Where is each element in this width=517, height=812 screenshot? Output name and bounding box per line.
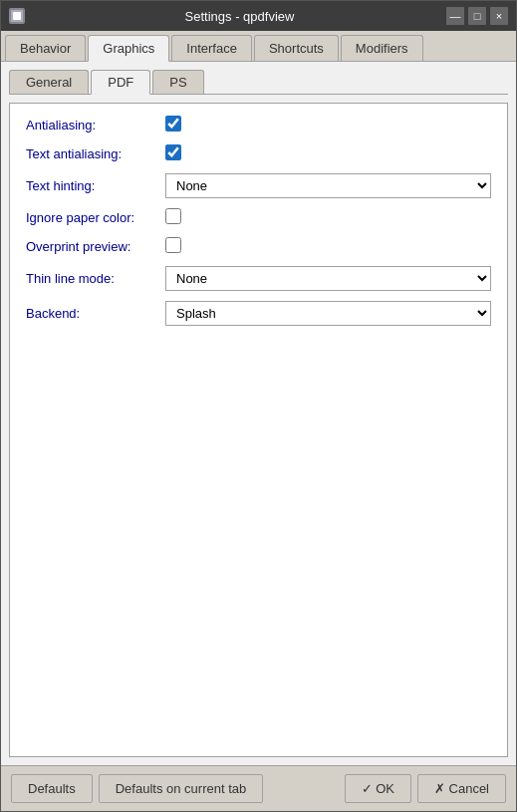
titlebar: Settings - qpdfview — □ × xyxy=(1,1,516,31)
cancel-button[interactable]: ✗ Cancel xyxy=(417,774,506,803)
thin-line-mode-select[interactable]: None Solid Shape xyxy=(165,266,491,291)
thin-line-mode-label: Thin line mode: xyxy=(26,271,165,286)
overprint-preview-checkbox[interactable] xyxy=(165,237,181,253)
sub-tab-bar: General PDF PS xyxy=(9,70,508,95)
tab-interface[interactable]: Interface xyxy=(171,35,252,61)
thin-line-mode-control: None Solid Shape xyxy=(165,266,491,291)
maximize-button[interactable]: □ xyxy=(468,7,486,25)
antialiasing-label: Antialiasing: xyxy=(26,118,165,133)
thin-line-mode-row: Thin line mode: None Solid Shape xyxy=(26,266,491,291)
tab-modifiers[interactable]: Modifiers xyxy=(341,35,423,61)
ok-button[interactable]: ✓ OK xyxy=(345,774,411,803)
close-button[interactable]: × xyxy=(490,7,508,25)
overprint-preview-label: Overprint preview: xyxy=(26,239,165,254)
backend-label: Backend: xyxy=(26,306,165,321)
text-hinting-control: None Default No hinting Full xyxy=(165,173,491,198)
tab-behavior[interactable]: Behavior xyxy=(5,35,86,61)
defaults-current-tab-button[interactable]: Defaults on current tab xyxy=(99,774,264,803)
content-area: General PDF PS Antialiasing: Text antial… xyxy=(1,62,516,765)
text-hinting-label: Text hinting: xyxy=(26,178,165,193)
window-title: Settings - qpdfview xyxy=(33,9,446,24)
settings-window: Settings - qpdfview — □ × Behavior Graph… xyxy=(0,0,517,812)
backend-control: Splash ArthurBackend xyxy=(165,301,491,326)
backend-row: Backend: Splash ArthurBackend xyxy=(26,301,491,326)
text-antialiasing-row: Text antialiasing: xyxy=(26,144,491,163)
ignore-paper-color-control xyxy=(165,208,491,227)
text-antialiasing-control xyxy=(165,144,491,163)
text-hinting-row: Text hinting: None Default No hinting Fu… xyxy=(26,173,491,198)
antialiasing-row: Antialiasing: xyxy=(26,116,491,135)
text-antialiasing-label: Text antialiasing: xyxy=(26,146,165,161)
bottom-bar: Defaults Defaults on current tab ✓ OK ✗ … xyxy=(1,765,516,811)
tab-shortcuts[interactable]: Shortcuts xyxy=(254,35,339,61)
subtab-ps[interactable]: PS xyxy=(152,70,203,94)
ignore-paper-color-checkbox[interactable] xyxy=(165,208,181,224)
backend-select[interactable]: Splash ArthurBackend xyxy=(165,301,491,326)
antialiasing-control xyxy=(165,116,491,135)
settings-panel: Antialiasing: Text antialiasing: Text hi… xyxy=(9,103,508,757)
tab-graphics[interactable]: Graphics xyxy=(88,35,169,62)
subtab-general[interactable]: General xyxy=(9,70,89,94)
svg-rect-1 xyxy=(13,12,21,20)
defaults-button[interactable]: Defaults xyxy=(11,774,93,803)
text-antialiasing-checkbox[interactable] xyxy=(165,144,181,160)
app-icon xyxy=(9,8,25,24)
overprint-preview-control xyxy=(165,237,491,256)
ignore-paper-color-label: Ignore paper color: xyxy=(26,210,165,225)
antialiasing-checkbox[interactable] xyxy=(165,116,181,132)
overprint-preview-row: Overprint preview: xyxy=(26,237,491,256)
window-controls: — □ × xyxy=(446,7,508,25)
minimize-button[interactable]: — xyxy=(446,7,464,25)
text-hinting-select[interactable]: None Default No hinting Full xyxy=(165,173,491,198)
ignore-paper-color-row: Ignore paper color: xyxy=(26,208,491,227)
subtab-pdf[interactable]: PDF xyxy=(91,70,150,95)
main-tab-bar: Behavior Graphics Interface Shortcuts Mo… xyxy=(1,31,516,62)
